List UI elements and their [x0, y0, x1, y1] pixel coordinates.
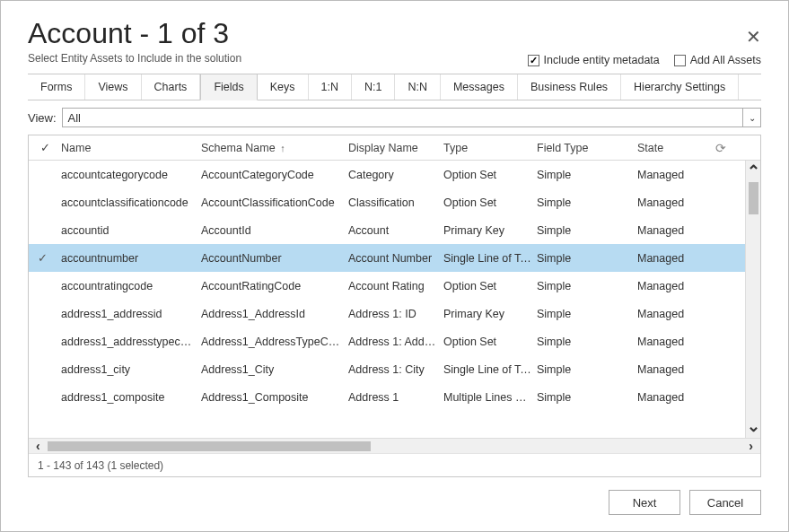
cell-field-type: Simple — [537, 280, 637, 292]
cell-schema: AccountNumber — [201, 252, 348, 265]
fields-grid: ✓ Name Schema Name ↑ Display Name Type F… — [28, 135, 761, 477]
tab-fields[interactable]: Fields — [200, 74, 257, 100]
next-button[interactable]: Next — [609, 490, 680, 515]
cell-type: Option Set — [443, 280, 537, 292]
cell-name: address1_composite — [57, 391, 201, 404]
cell-schema: Address1_AddressId — [201, 308, 348, 320]
row-check-icon: ✓ — [32, 307, 57, 320]
cell-name: address1_city — [57, 363, 201, 376]
cell-name: accountnumber — [57, 252, 201, 265]
cell-schema: Address1_AddressTypeCode — [201, 336, 348, 348]
cell-display-name: Address 1: ID — [348, 308, 443, 320]
add-all-assets-checkbox[interactable]: Add All Assets — [674, 54, 761, 66]
cell-field-type: Simple — [537, 336, 637, 348]
refresh-icon[interactable]: ⟳ — [715, 141, 726, 155]
cell-type: Option Set — [443, 196, 537, 209]
table-row[interactable]: ✓address1_addressidAddress1_AddressIdAdd… — [29, 300, 745, 327]
cell-schema: AccountRatingCode — [201, 280, 348, 292]
scroll-down-icon[interactable]: ⌄ — [747, 419, 760, 434]
view-label: View: — [28, 111, 57, 125]
cell-schema: AccountClassificationCode — [201, 196, 348, 209]
col-header-name[interactable]: Name — [57, 142, 201, 154]
close-icon[interactable]: ✕ — [746, 28, 761, 46]
table-row[interactable]: ✓address1_addresstypecodeAddress1_Addres… — [29, 327, 745, 355]
view-dropdown[interactable]: All ⌄ — [62, 108, 761, 127]
scrollbar-thumb[interactable] — [48, 441, 371, 451]
cell-field-type: Simple — [537, 252, 637, 265]
table-row[interactable]: ✓accountidAccountIdAccountPrimary KeySim… — [29, 216, 745, 244]
cell-name: accountcategorycode — [57, 169, 201, 181]
tab-n1[interactable]: N:1 — [352, 74, 395, 100]
cell-display-name: Account Rating — [348, 280, 443, 292]
scroll-left-icon[interactable]: ‹ — [29, 439, 48, 453]
cell-schema: AccountId — [201, 224, 348, 237]
table-row[interactable]: ✓address1_compositeAddress1_CompositeAdd… — [29, 383, 745, 411]
add-all-assets-label: Add All Assets — [690, 54, 761, 66]
cell-state: Managed — [637, 280, 731, 292]
cell-field-type: Simple — [537, 224, 637, 237]
cell-name: accountid — [57, 224, 201, 237]
row-check-icon: ✓ — [32, 390, 57, 404]
row-check-icon: ✓ — [32, 196, 57, 209]
tab-1n[interactable]: 1:N — [309, 74, 352, 100]
cell-field-type: Simple — [537, 196, 637, 209]
cell-display-name: Category — [348, 169, 443, 181]
cell-state: Managed — [637, 196, 731, 209]
col-header-schema[interactable]: Schema Name ↑ — [201, 142, 348, 154]
scrollbar-thumb[interactable] — [749, 182, 758, 214]
cell-display-name: Address 1: Addr… — [348, 336, 443, 348]
include-metadata-label: Include entity metadata — [544, 54, 660, 66]
horizontal-scrollbar[interactable]: ‹ › — [29, 438, 760, 453]
tab-charts[interactable]: Charts — [142, 74, 201, 100]
col-header-field-type[interactable]: Field Type — [537, 142, 637, 154]
cell-name: accountratingcode — [57, 280, 201, 292]
cell-schema: AccountCategoryCode — [201, 169, 348, 181]
cell-display-name: Address 1 — [348, 391, 443, 404]
row-check-icon: ✓ — [32, 168, 57, 181]
cell-type: Primary Key — [443, 224, 537, 237]
cell-schema: Address1_Composite — [201, 391, 348, 404]
col-header-type[interactable]: Type — [443, 142, 537, 154]
cell-field-type: Simple — [537, 363, 637, 376]
cell-name: address1_addresstypecode — [57, 336, 201, 348]
cancel-button[interactable]: Cancel — [689, 490, 761, 515]
cell-display-name: Account — [348, 224, 443, 237]
table-row[interactable]: ✓address1_cityAddress1_CityAddress 1: Ci… — [29, 355, 745, 383]
row-check-icon: ✓ — [32, 279, 57, 292]
cell-display-name: Classification — [348, 196, 443, 209]
tab-keys[interactable]: Keys — [258, 74, 309, 100]
tab-forms[interactable]: Forms — [28, 74, 85, 100]
row-check-icon: ✓ — [32, 335, 57, 348]
cell-type: Multiple Lines of… — [443, 391, 537, 404]
select-all-checkbox[interactable]: ✓ — [32, 141, 57, 154]
cell-state: Managed — [637, 308, 731, 320]
tab-bar: Forms Views Charts Fields Keys 1:N N:1 N… — [28, 74, 761, 100]
table-row[interactable]: ✓accountnumberAccountNumberAccount Numbe… — [29, 244, 745, 272]
view-selected: All — [68, 111, 81, 125]
table-row[interactable]: ✓accountratingcodeAccountRatingCodeAccou… — [29, 272, 745, 300]
tab-business-rules[interactable]: Business Rules — [518, 74, 621, 100]
grid-body[interactable]: ✓accountcategorycodeAccountCategoryCodeC… — [29, 161, 745, 438]
table-row[interactable]: ✓accountclassificationcodeAccountClassif… — [29, 188, 745, 216]
sort-ascending-icon: ↑ — [280, 143, 285, 153]
row-check-icon: ✓ — [32, 362, 57, 376]
chevron-down-icon: ⌄ — [742, 109, 760, 126]
cell-name: address1_addressid — [57, 308, 201, 320]
cell-state: Managed — [637, 252, 731, 265]
scroll-right-icon[interactable]: › — [741, 439, 760, 453]
scroll-up-icon[interactable]: ⌃ — [747, 164, 760, 179]
vertical-scrollbar[interactable]: ⌃ ⌄ — [745, 161, 760, 438]
cell-state: Managed — [637, 169, 731, 181]
cell-state: Managed — [637, 224, 731, 237]
tab-nn[interactable]: N:N — [395, 74, 441, 100]
table-row[interactable]: ✓accountcategorycodeAccountCategoryCodeC… — [29, 161, 745, 188]
cell-type: Option Set — [443, 336, 537, 348]
tab-hierarchy[interactable]: Hierarchy Settings — [621, 74, 739, 100]
col-header-display-name[interactable]: Display Name — [348, 142, 443, 154]
page-title: Account - 1 of 3 — [28, 17, 761, 50]
include-metadata-checkbox[interactable]: Include entity metadata — [528, 54, 660, 66]
checkbox-icon — [674, 55, 686, 66]
tab-messages[interactable]: Messages — [441, 74, 518, 100]
tab-views[interactable]: Views — [85, 74, 141, 100]
row-check-icon: ✓ — [32, 223, 57, 237]
